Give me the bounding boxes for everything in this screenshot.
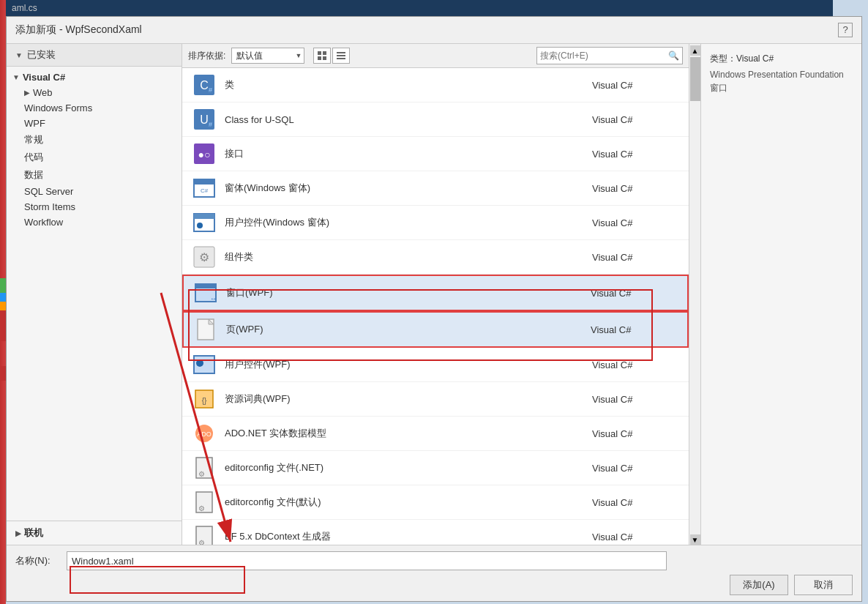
code-label: 代码 [24,151,43,164]
svg-text:#: # [209,86,212,94]
svg-rect-24 [195,284,216,288]
item-row[interactable]: 用户控件(WPF)Visual C# [182,348,689,382]
tree-item-visual-cs[interactable]: ▼ Visual C# [7,70,182,85]
svg-text:⚙: ⚙ [199,251,209,264]
item-type: Visual C# [592,183,680,194]
sort-select-wrap[interactable]: 默认值 名称 类型 [231,48,304,64]
item-row[interactable]: ⚙组件类Visual C# [182,240,689,275]
cancel-button[interactable]: 取消 [794,575,853,595]
svg-text:⚙: ⚙ [198,504,205,512]
item-icon-class: C# [191,72,217,98]
middle-toolbar: 排序依据: 默认值 名称 类型 [182,44,689,68]
item-row[interactable]: ●○接口Visual C# [182,137,689,171]
svg-text:U: U [200,113,209,126]
add-button[interactable]: 添加(A) [730,575,788,595]
type-label: 类型：Visual C# [710,53,853,65]
item-name: editorconfig 文件(默认) [225,496,592,509]
tree-item-sql-server[interactable]: SQL Server [7,184,182,199]
item-icon-component: ⚙ [191,244,217,270]
item-row[interactable]: 用户控件(Windows 窗体)Visual C# [182,206,689,240]
item-type: Visual C# [592,497,680,508]
tree-item-code[interactable]: 代码 [7,149,182,166]
tree-item-windows-forms[interactable]: Windows Forms [7,100,182,116]
svg-text:{}: {} [202,397,207,405]
help-button[interactable]: ? [838,23,853,37]
item-row[interactable]: {}资源词典(WPF)Visual C# [182,382,689,417]
svg-text:ADO: ADO [197,430,212,438]
wpf-label: WPF [24,118,45,129]
item-name: 类 [225,78,592,92]
type-description: Windows Presentation Foundation 窗口 [710,68,853,94]
item-icon-class-usql: U# [191,106,217,133]
item-icon-editorconfig: ⚙ [191,489,217,515]
item-row[interactable]: ADOADO.NET 实体数据模型Visual C# [182,417,689,451]
sort-label: 排序依据: [188,50,225,62]
item-icon-editorconfig: ⚙ [191,455,217,481]
svg-text:●○: ●○ [198,149,211,160]
installed-header[interactable]: ▼ 已安装 [7,44,182,67]
search-input[interactable] [540,51,665,61]
item-row[interactable]: ↔窗口(WPF)Visual C# [182,275,689,311]
item-name: EF 5.x DbContext 生成器 [225,530,592,543]
scroll-down-button[interactable]: ▼ [690,534,700,545]
tree-item-general[interactable]: 常规 [7,131,182,149]
item-name: 用户控件(Windows 窗体) [225,216,592,229]
svg-point-20 [197,223,203,228]
general-label: 常规 [24,133,43,146]
item-type: Visual C# [592,394,680,405]
grid-icon [317,51,327,61]
list-view-button[interactable] [332,48,350,64]
sort-select[interactable]: 默认值 名称 类型 [231,48,304,64]
tree-item-data[interactable]: 数据 [7,166,182,184]
items-list: C#类Visual C#U#Class for U-SQLVisual C#●○… [182,68,689,545]
list-icon [336,51,346,61]
search-icon: 🔍 [668,51,679,61]
grid-view-button[interactable] [313,48,331,64]
item-row[interactable]: 页(WPF)Visual C# [182,311,689,348]
online-section[interactable]: ▶ 联机 [7,521,182,545]
item-icon-wpf-page [192,316,219,343]
tree-item-wpf[interactable]: WPF [7,116,182,131]
item-type: Visual C# [592,463,680,474]
installed-label: 已安装 [27,48,56,61]
item-type: Visual C# [592,149,680,160]
online-label: 联机 [24,526,43,540]
online-expand-arrow: ▶ [15,529,21,537]
installed-expand-arrow: ▼ [15,51,23,59]
item-type: Visual C# [592,252,680,263]
item-row[interactable]: ⚙editorconfig 文件(默认)Visual C# [182,485,689,520]
item-name: 用户控件(WPF) [225,358,592,371]
item-name: 页(WPF) [226,323,591,336]
tree-item-storm-items[interactable]: Storm Items [7,199,182,215]
item-row[interactable]: ⚙editorconfig 文件(.NET)Visual C# [182,451,689,485]
svg-text:#: # [209,121,212,128]
item-row[interactable]: U#Class for U-SQLVisual C# [182,102,689,137]
svg-rect-16 [194,179,214,184]
scroll-thumb[interactable] [690,57,700,101]
svg-rect-1 [323,51,326,55]
svg-text:C: C [200,79,209,92]
item-icon-ado-net: ADO [191,420,217,447]
sql-server-label: SQL Server [24,186,73,197]
svg-rect-6 [337,58,345,59]
scroll-up-button[interactable]: ▲ [690,45,700,56]
tree-item-web[interactable]: ▶ Web [7,85,182,100]
item-name: 组件类 [225,250,592,264]
web-expand-arrow: ▶ [24,89,30,97]
svg-text:↔: ↔ [210,295,217,302]
item-type: Visual C# [592,359,680,370]
item-row[interactable]: C#窗体(Windows 窗体)Visual C# [182,171,689,206]
scrollbar[interactable]: ▲ ▼ [689,44,700,545]
item-type: Visual C# [592,217,680,228]
name-input[interactable] [67,551,667,570]
item-type: Visual C# [591,288,678,299]
item-row[interactable]: C#类Visual C# [182,68,689,102]
search-bar[interactable]: 🔍 [536,47,683,64]
tree-item-workflow[interactable]: Workflow [7,215,182,230]
svg-point-28 [196,359,203,367]
visual-cs-expand-arrow: ▼ [12,73,20,81]
svg-rect-4 [337,52,345,53]
storm-items-label: Storm Items [24,201,75,212]
item-row[interactable]: ⚙EF 5.x DbContext 生成器Visual C# [182,520,689,545]
item-name: 资源词典(WPF) [225,392,592,406]
